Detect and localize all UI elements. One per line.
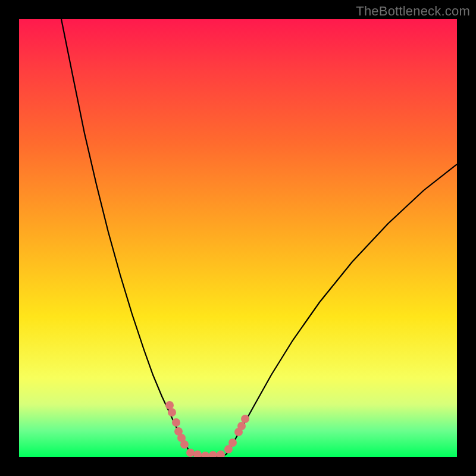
curve-left-arm [61, 19, 192, 455]
bead-marker [168, 408, 176, 416]
bead-marker [180, 440, 189, 449]
watermark-text: TheBottleneck.com [356, 4, 470, 19]
bead-marker [193, 450, 202, 457]
bead-group [165, 401, 249, 457]
frame: TheBottleneck.com [0, 0, 476, 476]
plot-area [19, 19, 457, 457]
bead-marker [237, 422, 246, 430]
bead-marker [186, 449, 195, 457]
bead-marker [201, 452, 209, 457]
bead-marker [165, 401, 174, 409]
bead-marker [217, 450, 225, 457]
bead-marker [241, 415, 249, 423]
curve-right-arm [226, 164, 457, 455]
curve-layer [19, 19, 457, 457]
bead-marker [209, 451, 217, 457]
bead-marker [228, 439, 237, 447]
bead-marker [172, 418, 180, 427]
